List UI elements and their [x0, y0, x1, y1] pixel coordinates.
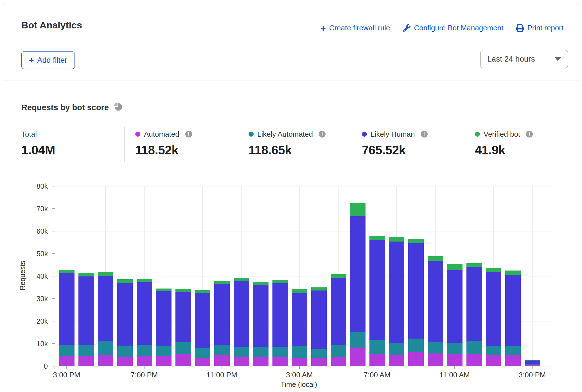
- bar-segment-verified-bot[interactable]: [117, 279, 133, 283]
- info-icon[interactable]: i: [421, 131, 428, 138]
- bar-segment-automated[interactable]: [253, 357, 269, 366]
- bar-segment-likely-human[interactable]: [466, 267, 482, 341]
- bar-segment-likely-human[interactable]: [505, 275, 521, 346]
- bar-segment-likely-automated[interactable]: [253, 347, 269, 357]
- bar-segment-likely-human[interactable]: [98, 276, 113, 341]
- bar-segment-likely-automated[interactable]: [350, 332, 366, 347]
- bar-segment-verified-bot[interactable]: [369, 236, 385, 240]
- bar-segment-automated[interactable]: [137, 356, 152, 366]
- bar-segment-likely-automated[interactable]: [525, 364, 540, 365]
- bar-segment-verified-bot[interactable]: [311, 287, 327, 290]
- bar-segment-automated[interactable]: [428, 353, 443, 366]
- bar-segment-automated[interactable]: [234, 357, 249, 366]
- bar-segment-verified-bot[interactable]: [292, 289, 307, 293]
- bar-segment-verified-bot[interactable]: [331, 274, 346, 278]
- bar-segment-likely-human[interactable]: [311, 290, 327, 349]
- bar-segment-automated[interactable]: [214, 355, 230, 366]
- bar-segment-verified-bot[interactable]: [466, 263, 482, 267]
- bar-segment-likely-human[interactable]: [234, 281, 249, 347]
- bar-segment-automated[interactable]: [331, 357, 346, 366]
- bar-segment-likely-human[interactable]: [331, 278, 346, 345]
- bar-segment-automated[interactable]: [525, 365, 540, 366]
- bar-segment-automated[interactable]: [195, 358, 210, 366]
- bar-segment-likely-human[interactable]: [447, 270, 463, 343]
- bar-segment-automated[interactable]: [408, 352, 424, 366]
- bar-segment-likely-human[interactable]: [117, 283, 133, 346]
- bar-segment-verified-bot[interactable]: [156, 289, 172, 291]
- bar-segment-likely-automated[interactable]: [292, 346, 307, 358]
- bar-segment-likely-human[interactable]: [59, 273, 75, 345]
- bar-segment-verified-bot[interactable]: [408, 239, 424, 243]
- bar-segment-automated[interactable]: [117, 357, 133, 366]
- bar-segment-automated[interactable]: [292, 358, 307, 366]
- bar-segment-likely-human[interactable]: [156, 291, 172, 346]
- bar-segment-likely-human[interactable]: [350, 216, 366, 332]
- bar-segment-automated[interactable]: [175, 354, 191, 366]
- bar-segment-likely-automated[interactable]: [117, 346, 133, 356]
- bar-segment-verified-bot[interactable]: [505, 271, 521, 275]
- bar-segment-likely-human[interactable]: [195, 293, 210, 348]
- bar-segment-likely-human[interactable]: [292, 293, 307, 346]
- bar-segment-likely-automated[interactable]: [156, 346, 172, 356]
- info-icon[interactable]: i: [185, 131, 192, 138]
- bar-segment-automated[interactable]: [59, 356, 75, 366]
- bar-segment-automated[interactable]: [389, 355, 404, 366]
- bar-segment-verified-bot[interactable]: [272, 280, 288, 283]
- bar-segment-likely-human[interactable]: [175, 292, 191, 342]
- info-icon[interactable]: i: [526, 131, 533, 138]
- configure-bot-management-link[interactable]: Configure Bot Management: [403, 24, 503, 32]
- bar-segment-automated[interactable]: [272, 357, 288, 366]
- bar-segment-likely-human[interactable]: [408, 243, 424, 338]
- bar-segment-likely-automated[interactable]: [59, 345, 75, 356]
- bar-segment-automated[interactable]: [350, 348, 366, 366]
- bar-segment-likely-human[interactable]: [214, 284, 230, 345]
- bar-segment-likely-human[interactable]: [272, 283, 288, 347]
- print-report-link[interactable]: Print report: [516, 24, 563, 32]
- bar-segment-verified-bot[interactable]: [234, 278, 249, 281]
- bar-segment-verified-bot[interactable]: [447, 264, 463, 270]
- bar-segment-likely-human[interactable]: [78, 276, 94, 345]
- bar-segment-automated[interactable]: [311, 358, 327, 366]
- bar-segment-verified-bot[interactable]: [78, 273, 94, 276]
- time-range-select[interactable]: Last 24 hours: [480, 50, 568, 68]
- bar-segment-verified-bot[interactable]: [350, 203, 366, 216]
- bar-segment-automated[interactable]: [156, 356, 172, 366]
- bar-segment-likely-automated[interactable]: [175, 342, 191, 354]
- bar-segment-automated[interactable]: [466, 354, 482, 366]
- bar-segment-verified-bot[interactable]: [195, 290, 210, 293]
- bar-segment-likely-automated[interactable]: [214, 345, 230, 355]
- bar-segment-automated[interactable]: [78, 356, 94, 366]
- bar-segment-likely-human[interactable]: [137, 282, 152, 345]
- bar-segment-likely-automated[interactable]: [466, 341, 482, 354]
- bar-segment-automated[interactable]: [486, 355, 501, 366]
- bar-segment-likely-automated[interactable]: [311, 349, 327, 358]
- bar-segment-verified-bot[interactable]: [253, 282, 269, 285]
- bar-segment-verified-bot[interactable]: [59, 270, 75, 273]
- bar-segment-likely-automated[interactable]: [389, 343, 404, 355]
- bar-segment-likely-automated[interactable]: [272, 347, 288, 357]
- add-filter-button[interactable]: + Add filter: [21, 51, 75, 69]
- bar-segment-likely-human[interactable]: [525, 361, 540, 364]
- bar-segment-verified-bot[interactable]: [98, 272, 113, 276]
- bar-segment-verified-bot[interactable]: [389, 237, 404, 242]
- bar-segment-likely-automated[interactable]: [137, 345, 152, 356]
- bar-segment-automated[interactable]: [98, 355, 113, 366]
- bar-segment-likely-automated[interactable]: [78, 345, 94, 356]
- bar-segment-verified-bot[interactable]: [428, 256, 443, 261]
- bar-segment-automated[interactable]: [505, 355, 521, 366]
- bar-segment-likely-human[interactable]: [253, 285, 269, 347]
- bar-segment-likely-human[interactable]: [389, 242, 404, 343]
- bar-segment-automated[interactable]: [369, 354, 385, 366]
- bar-segment-likely-automated[interactable]: [195, 348, 210, 358]
- bar-segment-likely-automated[interactable]: [447, 343, 463, 354]
- create-firewall-rule-link[interactable]: + Create firewall rule: [321, 24, 390, 32]
- bar-segment-automated[interactable]: [447, 354, 463, 366]
- bar-segment-likely-automated[interactable]: [408, 339, 424, 352]
- bar-segment-likely-human[interactable]: [428, 261, 443, 342]
- bar-segment-likely-automated[interactable]: [234, 347, 249, 356]
- bar-segment-likely-automated[interactable]: [486, 346, 501, 355]
- bar-segment-verified-bot[interactable]: [214, 281, 230, 284]
- bar-segment-verified-bot[interactable]: [486, 268, 501, 272]
- bar-segment-verified-bot[interactable]: [175, 289, 191, 292]
- info-icon[interactable]: i: [319, 131, 326, 138]
